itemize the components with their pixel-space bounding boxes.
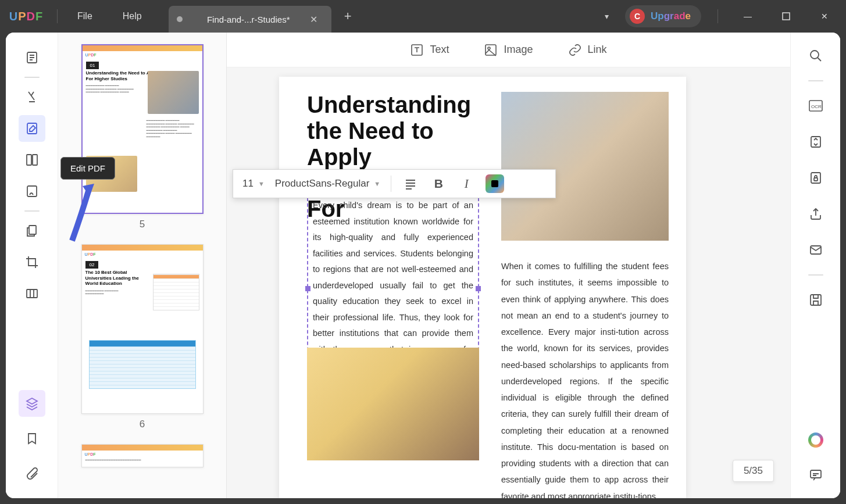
add-link-button[interactable]: Link bbox=[568, 43, 607, 57]
text-color-button[interactable] bbox=[486, 174, 504, 193]
svg-text:OCR: OCR bbox=[811, 104, 822, 109]
search-icon[interactable] bbox=[804, 44, 827, 67]
font-family-dropdown[interactable]: ProductSans-Regular▼ bbox=[275, 178, 380, 190]
bookmark-tool[interactable] bbox=[19, 425, 45, 452]
font-size-dropdown[interactable]: 11▼ bbox=[242, 178, 265, 190]
convert-icon[interactable] bbox=[804, 130, 827, 153]
edit-toolbar: Text Image Link bbox=[227, 33, 790, 67]
upgrade-button[interactable]: C Upgrade bbox=[625, 5, 701, 27]
svg-rect-4 bbox=[33, 155, 37, 165]
menu-help[interactable]: Help bbox=[108, 11, 157, 22]
share-icon[interactable] bbox=[804, 202, 827, 226]
chevron-down-icon[interactable]: ▾ bbox=[600, 7, 613, 26]
selection-handle-right[interactable] bbox=[476, 286, 481, 291]
crop-tool[interactable] bbox=[19, 249, 45, 276]
svg-rect-3 bbox=[27, 155, 31, 165]
save-icon[interactable] bbox=[804, 288, 827, 312]
page-image-1 bbox=[501, 92, 669, 241]
document-area: Text Image Link Understanding the Need t… bbox=[227, 33, 790, 498]
avatar: C bbox=[630, 9, 645, 24]
left-toolbar bbox=[6, 33, 58, 498]
add-tab-button[interactable]: + bbox=[331, 9, 365, 24]
pointer-arrow-icon bbox=[66, 184, 95, 248]
document-tab[interactable]: Find-and-...r-Studies* ✕ bbox=[169, 6, 331, 33]
comment-tool[interactable] bbox=[19, 84, 45, 110]
ai-icon[interactable] bbox=[804, 428, 827, 452]
close-tab-icon[interactable]: ✕ bbox=[304, 12, 323, 27]
thumbnail-panel: UPDF 01 Understanding the Need to Apply … bbox=[58, 33, 227, 498]
compare-tool[interactable] bbox=[19, 280, 45, 307]
thumbnail-7[interactable]: UPDF ▬▬▬▬▬▬▬▬▬▬▬▬▬▬▬▬▬▬▬▬▬▬▬▬ bbox=[69, 444, 216, 467]
svg-point-12 bbox=[811, 51, 819, 59]
chat-icon[interactable] bbox=[804, 463, 827, 487]
email-icon[interactable] bbox=[804, 238, 827, 262]
fill-sign-tool[interactable] bbox=[19, 178, 45, 205]
minimize-button[interactable]: — bbox=[734, 5, 761, 28]
app-logo: UPDF bbox=[0, 10, 52, 23]
right-toolbar: OCR bbox=[790, 33, 840, 498]
add-text-button[interactable]: Text bbox=[410, 43, 449, 57]
tab-title: Find-and-...r-Studies* bbox=[193, 15, 304, 24]
titlebar: UPDF File Help Find-and-...r-Studies* ✕ … bbox=[0, 0, 846, 33]
italic-button[interactable]: I bbox=[458, 175, 475, 192]
reader-tool[interactable] bbox=[19, 44, 45, 71]
layers-tool[interactable] bbox=[19, 390, 45, 417]
edit-pdf-tool[interactable] bbox=[19, 115, 45, 142]
protect-icon[interactable] bbox=[804, 166, 827, 190]
svg-rect-0 bbox=[783, 13, 790, 20]
text-format-bar: 11▼ ProductSans-Regular▼ B I bbox=[233, 169, 556, 198]
attachment-tool[interactable] bbox=[19, 460, 45, 487]
add-image-button[interactable]: Image bbox=[484, 43, 533, 57]
document-page[interactable]: Understanding the Need to Apply Internat… bbox=[279, 77, 686, 498]
thumbnail-6[interactable]: UPDF 02 The 10 Best Global Universities … bbox=[69, 244, 216, 430]
maximize-button[interactable] bbox=[773, 5, 799, 28]
svg-rect-17 bbox=[814, 178, 818, 181]
tab-indicator-icon bbox=[177, 16, 183, 22]
upgrade-label: Upgrade bbox=[651, 10, 691, 22]
svg-rect-5 bbox=[27, 186, 37, 196]
ocr-icon[interactable]: OCR bbox=[804, 94, 827, 117]
svg-rect-19 bbox=[811, 295, 821, 305]
organize-tool[interactable] bbox=[19, 146, 45, 173]
svg-point-11 bbox=[488, 47, 490, 49]
selection-handle-left[interactable] bbox=[305, 286, 310, 291]
close-button[interactable]: ✕ bbox=[811, 5, 838, 28]
svg-rect-6 bbox=[29, 226, 36, 234]
bold-button[interactable]: B bbox=[430, 175, 447, 192]
edit-pdf-tooltip: Edit PDF bbox=[60, 157, 115, 180]
page-image-2 bbox=[307, 348, 479, 460]
thumb-page-number: 6 bbox=[69, 419, 216, 430]
svg-rect-10 bbox=[486, 45, 496, 55]
pages-tool[interactable] bbox=[19, 217, 45, 244]
align-icon[interactable] bbox=[402, 175, 419, 192]
page-indicator[interactable]: 5/35 bbox=[733, 460, 774, 482]
menu-file[interactable]: File bbox=[62, 11, 108, 22]
page-text-column-2: When it comes to fulfilling the student … bbox=[501, 258, 669, 498]
